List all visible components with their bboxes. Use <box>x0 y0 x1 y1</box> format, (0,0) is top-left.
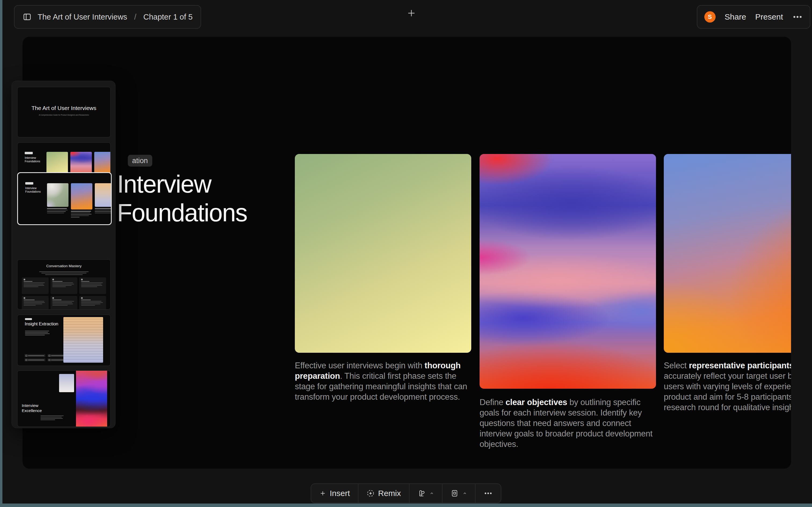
slide-thumbnail-insight-extraction[interactable]: Insight Extraction <box>17 315 111 366</box>
slide-thumbnail-title[interactable]: The Art of User Interviews A Comprehensi… <box>17 87 111 137</box>
thumb-body-lines <box>41 415 65 420</box>
app-window: ation Interview Foundations Effective us… <box>0 0 812 507</box>
thumb-title: Interview Foundations <box>25 156 46 163</box>
insert-button[interactable]: Insert <box>311 484 358 503</box>
add-card-icon[interactable] <box>406 8 417 18</box>
mini-chapter-badge <box>25 182 33 184</box>
thumb-title: Interview Excellence <box>22 403 49 413</box>
avatar[interactable]: S <box>704 11 716 22</box>
breadcrumb[interactable]: The Art of User Interviews / Chapter 1 o… <box>14 5 201 29</box>
slide-thumbnail-panel: The Art of User Interviews A Comprehensi… <box>11 81 115 428</box>
column-text-3[interactable]: Select representative participants that … <box>664 360 791 412</box>
mini-gradient-card <box>59 374 74 392</box>
text-line: Define clear objectives by outlining spe… <box>479 397 653 407</box>
mini-chapter-badge <box>25 152 33 154</box>
mini-chapter-badge <box>25 318 32 320</box>
text-line: transform your product development proce… <box>295 392 467 402</box>
ellipsis-icon <box>484 489 493 498</box>
text-line: preparation. This critical first phase s… <box>295 371 467 381</box>
text-line: accurately reflect your target user base… <box>664 371 791 381</box>
breadcrumb-chapter[interactable]: Chapter 1 of 5 <box>143 13 193 21</box>
breadcrumb-separator: / <box>133 13 138 21</box>
thumb-subtitle: A Comprehensive Guide for Product Design… <box>17 114 110 116</box>
section-label-badge: ation <box>128 155 152 167</box>
topbar-actions: S Share Present <box>697 5 810 29</box>
more-options-icon[interactable] <box>792 11 803 22</box>
slide-canvas[interactable]: ation Interview Foundations Effective us… <box>22 37 791 469</box>
thumb-title: The Art of User Interviews <box>17 105 110 111</box>
slide-thumbnail-interview-excellence[interactable]: Interview Excellence <box>17 371 111 427</box>
text-line: Effective user interviews begin with tho… <box>295 360 467 371</box>
thumb-title: Insight Extraction <box>25 321 58 327</box>
mini-gradient-image <box>76 371 107 427</box>
mini-gradient-image <box>63 317 103 363</box>
text-line: product and aim for 5-8 participants per <box>664 392 791 402</box>
text-line: users with varying levels of experience … <box>664 381 791 392</box>
text-line: questions that need answers and connect <box>479 418 653 429</box>
remix-button[interactable]: Remix <box>358 484 409 503</box>
column-text-2[interactable]: Define clear objectives by outlining spe… <box>479 397 653 449</box>
mini-card-grid <box>22 277 106 309</box>
theme-swatches-icon <box>417 489 425 497</box>
thumb-subtitle-lines <box>37 270 91 275</box>
gradient-image-card-1[interactable] <box>295 154 471 353</box>
thumb-title: Conversation Mastery <box>17 264 110 268</box>
gradient-image-card-2[interactable] <box>479 154 656 389</box>
text-line: research round for qualitative insights. <box>664 402 791 412</box>
remix-icon <box>366 489 374 497</box>
mini-cards <box>47 183 112 218</box>
text-line: goals for each interview session. Identi… <box>479 407 653 418</box>
present-button[interactable]: Present <box>755 12 783 21</box>
text-line: Select representative participants that <box>664 360 791 371</box>
text-line: interview goals to broader product devel… <box>479 429 653 439</box>
chevron-up-icon <box>463 491 467 496</box>
gradient-image-card-3[interactable] <box>664 154 791 353</box>
text-line: objectives. <box>479 439 653 449</box>
column-text-1[interactable]: Effective user interviews begin with tho… <box>295 360 467 402</box>
share-button[interactable]: Share <box>725 12 746 21</box>
remix-label: Remix <box>378 489 401 498</box>
chevron-up-icon <box>429 491 434 496</box>
slide-heading-line2: Foundations <box>117 199 247 227</box>
mini-pill-list <box>24 354 68 361</box>
toolbar-more-button[interactable] <box>475 484 501 503</box>
bottom-toolbar: Insert Remix <box>311 484 501 503</box>
slide-heading[interactable]: Interview Foundations <box>117 170 247 227</box>
slide-thumbnail-conversation-mastery[interactable]: Conversation Mastery <box>17 260 111 309</box>
theme-button[interactable] <box>409 484 442 503</box>
slide-thumbnail-selected[interactable]: Interview Foundations <box>17 172 112 225</box>
sidebar-toggle-icon[interactable] <box>22 12 32 21</box>
card-layout-button[interactable] <box>443 484 475 503</box>
breadcrumb-deck-title[interactable]: The Art of User Interviews <box>38 13 127 21</box>
window-edge-left <box>0 0 2 507</box>
plus-icon <box>319 490 326 497</box>
text-line: stage for gathering meaningful insights … <box>295 381 467 392</box>
thumb-title: Interview Foundations <box>25 186 46 193</box>
thumb-body-lines <box>25 330 50 335</box>
frame-icon <box>451 489 459 497</box>
insert-label: Insert <box>330 489 350 498</box>
window-edge-bottom <box>0 504 812 507</box>
slide-heading-line1: Interview <box>117 170 247 199</box>
